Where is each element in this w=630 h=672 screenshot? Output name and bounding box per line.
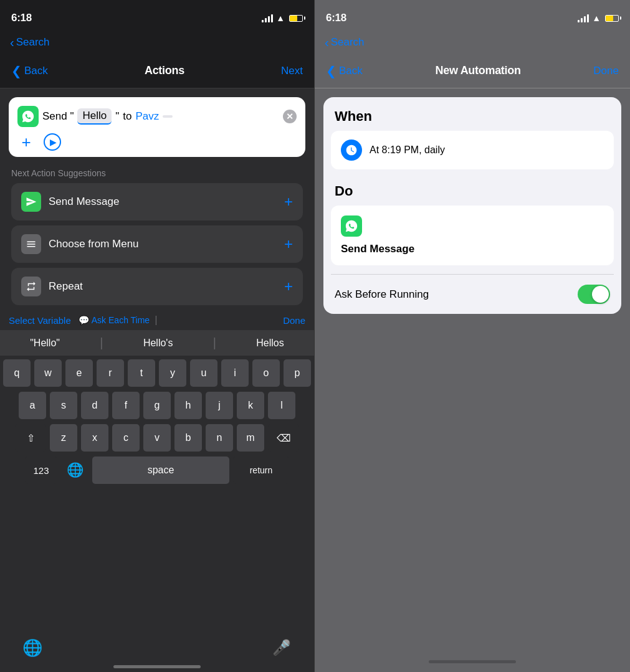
left-home-indicator: [113, 665, 201, 668]
suggestions-section: Next Action Suggestions Send Message + C…: [0, 157, 314, 310]
action-row: Send " Hello " to Pavz ✕: [17, 106, 297, 127]
key-l[interactable]: l: [268, 392, 295, 419]
keyboard-row-2: a s d f g h j k l: [2, 392, 312, 419]
key-s[interactable]: s: [50, 392, 77, 419]
ask-before-running-row: Ask Before Running: [323, 275, 621, 314]
mic-icon[interactable]: 🎤: [268, 634, 295, 661]
globe-bottom-icon[interactable]: 🌐: [19, 634, 46, 661]
key-shift[interactable]: ⇧: [15, 424, 46, 452]
suggestion-repeat-add-icon[interactable]: +: [284, 278, 293, 295]
right-status-icons: ▲: [578, 13, 619, 23]
right-nav-bar: ❮ Back New Automation Done: [315, 54, 630, 88]
left-search-chevron-icon: ‹: [10, 35, 14, 50]
bottom-keyboard-row: 🌐 🎤: [0, 632, 314, 661]
keyboard-row-1: q w e r t y u i o p: [2, 359, 312, 387]
keyboard: q w e r t y u i o p a s d f g h j k l: [0, 356, 314, 632]
right-nav-back-label: Back: [339, 65, 363, 77]
suggestion-repeat[interactable]: Repeat +: [11, 268, 303, 305]
ask-toggle[interactable]: [578, 285, 610, 304]
key-v[interactable]: v: [143, 424, 171, 452]
key-numbers[interactable]: 123: [25, 457, 57, 484]
left-search-bar: ‹ Search: [0, 31, 314, 54]
automation-card: When At 8:19 PM, daily Do Send Message: [323, 97, 621, 314]
suggestion-add-icon[interactable]: +: [284, 193, 293, 211]
svg-rect-1: [27, 244, 36, 245]
key-n[interactable]: n: [206, 424, 233, 452]
right-nav-chevron-icon: ❮: [326, 64, 336, 78]
key-f[interactable]: f: [112, 392, 140, 419]
action-recipient-text[interactable]: Pavz: [135, 110, 159, 123]
key-w[interactable]: w: [34, 359, 62, 387]
suggestion-choose-menu[interactable]: Choose from Menu +: [11, 225, 303, 263]
right-main-content: When At 8:19 PM, daily Do Send Message: [315, 88, 630, 660]
suggestion-send-message[interactable]: Send Message +: [11, 183, 303, 220]
keyboard-row-3: ⇧ z x c v b n m ⌫: [2, 424, 312, 452]
key-h[interactable]: h: [174, 392, 202, 419]
key-c[interactable]: c: [112, 424, 140, 452]
left-next-button[interactable]: Next: [281, 65, 303, 77]
action-run-button[interactable]: ▶: [44, 133, 61, 151]
key-y[interactable]: y: [159, 359, 186, 387]
autocomplete-item-1[interactable]: Hello's: [143, 338, 173, 349]
left-search-back[interactable]: ‹ Search: [10, 35, 50, 50]
key-space[interactable]: space: [92, 457, 229, 484]
key-b[interactable]: b: [174, 424, 202, 452]
key-backspace[interactable]: ⌫: [268, 424, 299, 452]
key-m[interactable]: m: [237, 424, 264, 452]
autocomplete-item-0[interactable]: "Hello": [30, 338, 60, 349]
key-x[interactable]: x: [81, 424, 108, 452]
toggle-knob: [592, 286, 609, 303]
keyboard-toolbar: Select Variable 💬 Ask Each Time | Done: [0, 310, 314, 330]
key-u[interactable]: u: [190, 359, 217, 387]
key-t[interactable]: t: [128, 359, 155, 387]
key-globe-icon[interactable]: 🌐: [61, 457, 88, 484]
key-d[interactable]: d: [81, 392, 108, 419]
key-r[interactable]: r: [97, 359, 124, 387]
do-item[interactable]: Send Message: [331, 206, 614, 265]
action-hello-input[interactable]: Hello: [77, 108, 112, 125]
action-clear-button[interactable]: ✕: [283, 110, 297, 123]
left-search-back-text: Search: [16, 36, 50, 49]
suggestions-label: Next Action Suggestions: [11, 168, 303, 178]
action-card: Send " Hello " to Pavz ✕ + ▶: [9, 97, 305, 157]
suggestion-choose-add-icon[interactable]: +: [284, 235, 293, 253]
keyboard-done-button[interactable]: Done: [283, 315, 305, 326]
key-j[interactable]: j: [206, 392, 233, 419]
left-status-bar: 6:18 ▲: [0, 0, 314, 31]
key-k[interactable]: k: [237, 392, 264, 419]
right-time: 6:18: [326, 12, 346, 24]
autocomplete-item-2[interactable]: Hellos: [256, 338, 284, 349]
key-p[interactable]: p: [284, 359, 311, 387]
left-back-button[interactable]: ❮ Back: [11, 64, 48, 78]
battery-icon: [289, 15, 303, 22]
right-search-back[interactable]: ‹ Search: [325, 35, 365, 50]
action-add-button[interactable]: +: [17, 133, 35, 151]
key-o[interactable]: o: [252, 359, 280, 387]
key-g[interactable]: g: [143, 392, 171, 419]
wifi-icon: ▲: [276, 13, 285, 23]
right-back-button[interactable]: ❮ Back: [326, 64, 363, 78]
key-i[interactable]: i: [221, 359, 249, 387]
select-variable-button[interactable]: Select Variable: [9, 315, 71, 326]
key-z[interactable]: z: [50, 424, 77, 452]
right-phone-panel: 6:18 ▲ ‹ Search ❮ Back New Automation D: [315, 0, 630, 672]
left-nav-chevron-icon: ❮: [11, 64, 22, 78]
action-to-text: to: [123, 110, 131, 123]
do-action-label: Send Message: [341, 243, 414, 255]
svg-rect-2: [27, 246, 36, 247]
autocomplete-row: "Hello" | Hello's | Hellos: [0, 330, 314, 356]
keyboard-row-bottom: 123 🌐 space return: [2, 457, 312, 484]
key-q[interactable]: q: [3, 359, 31, 387]
right-signal-icon: [578, 14, 589, 22]
right-done-button[interactable]: Done: [593, 65, 619, 77]
when-item[interactable]: At 8:19 PM, daily: [331, 131, 614, 169]
suggestion-choose-menu-label: Choose from Menu: [49, 238, 277, 250]
key-a[interactable]: a: [19, 392, 46, 419]
send-message-icon: [21, 192, 41, 212]
right-nav-title: New Automation: [436, 64, 521, 77]
play-icon: ▶: [50, 137, 57, 147]
left-status-icons: ▲: [262, 13, 303, 23]
key-e[interactable]: e: [65, 359, 93, 387]
key-return[interactable]: return: [233, 457, 289, 484]
ask-each-time-button[interactable]: 💬 Ask Each Time: [79, 315, 150, 325]
